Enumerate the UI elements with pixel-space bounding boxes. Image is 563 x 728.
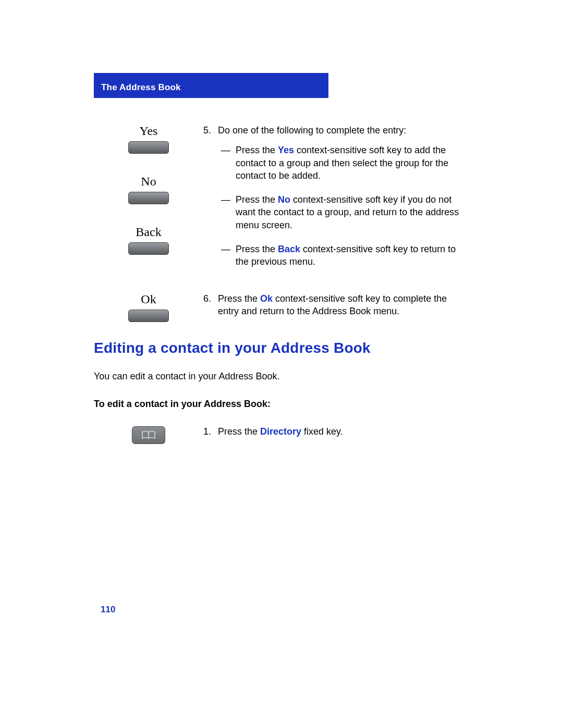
back-bold: Back [278,244,300,254]
step-6-text: 6. Press the Ok context-sensitive soft k… [203,292,469,318]
ok-bold: Ok [260,293,273,304]
no-key-block: No [94,175,203,204]
back-instruction: — Press the Back context-sensitive soft … [218,243,469,268]
step-1-row: 1. Press the Directory fixed key. [94,425,469,444]
step-6-row: Ok 6. Press the Ok context-sensitive sof… [94,292,469,322]
step-5-lead: Do one of the following to complete the … [218,125,406,135]
page-content: The Address Book Yes No Back [94,73,469,461]
fixedkey-column [94,425,203,444]
text-fragment: Press the [218,293,260,304]
text-fragment: Press the [218,426,260,437]
step-6-number: 6. [203,292,218,305]
ok-softkey-icon [128,310,169,322]
dash-icon: — [218,243,236,255]
directory-bold: Directory [260,426,301,437]
section-subhead: To edit a contact in your Address Book: [94,399,469,410]
no-instruction: — Press the No context-sensitive soft ke… [218,193,469,231]
text-fragment: Press the [236,244,278,254]
dash-icon: — [218,144,236,156]
no-softkey-icon [128,192,169,204]
book-icon [141,430,156,440]
section-intro: You can edit a contact in your Address B… [94,371,469,382]
header-title: The Address Book [101,82,181,92]
section-heading: Editing a contact in your Address Book [94,340,469,356]
main-content: Yes No Back 5. Do one of the following t… [94,124,469,444]
ok-key-block: Ok [94,292,203,322]
text-fragment: fixed key. [301,426,343,437]
back-key-block: Back [94,225,203,255]
back-key-label: Back [94,225,203,239]
softkey-column: Yes No Back [94,124,203,276]
step-1-text: 1. Press the Directory fixed key. [203,425,469,438]
yes-bold: Yes [278,145,294,155]
text-fragment: Press the [236,194,278,205]
text-fragment: Press the [236,145,278,155]
step-1-number: 1. [203,425,218,438]
softkey-column: Ok [94,292,203,322]
page-number: 110 [101,604,115,615]
yes-instruction: — Press the Yes context-sensitive soft k… [218,144,469,182]
dash-icon: — [218,193,236,206]
step-5-text: 5. Do one of the following to complete t… [203,124,469,268]
yes-softkey-icon [128,141,169,154]
step-5-row: Yes No Back 5. Do one of the following t… [94,124,469,276]
step-5-number: 5. [203,124,218,137]
no-key-label: No [94,175,203,189]
yes-key-block: Yes [94,124,203,154]
directory-fixedkey-icon [132,426,165,444]
ok-key-label: Ok [94,292,203,306]
yes-key-label: Yes [94,124,203,138]
header-bar: The Address Book [94,73,328,98]
back-softkey-icon [128,242,169,255]
no-bold: No [278,194,290,205]
